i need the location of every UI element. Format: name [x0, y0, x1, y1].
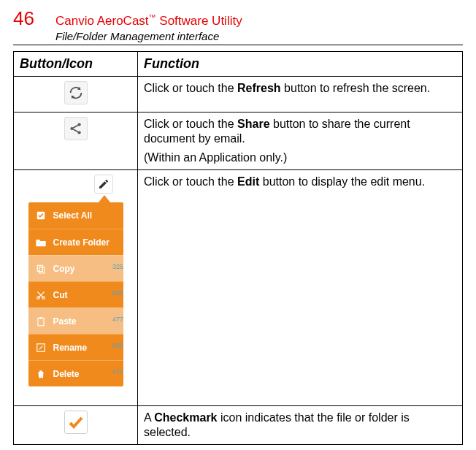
menu-label: Rename — [53, 343, 118, 353]
row-checkmark: A Checkmark icon indicates that the file… — [14, 406, 463, 445]
edit-icon — [94, 175, 113, 194]
menu-label: Copy — [53, 264, 118, 274]
title-rest: Software Utility — [156, 14, 242, 28]
check-text: A Checkmark icon indicates that the file… — [144, 411, 456, 440]
page-header: 46 Canvio AeroCast™ Software Utility Fil… — [13, 7, 463, 45]
edit-menu: Select All + Create Folder — [28, 202, 123, 386]
text: A — [144, 411, 154, 424]
row-refresh: Click or touch the Refresh button to ref… — [14, 77, 463, 113]
text-bold: Edit — [237, 175, 259, 188]
row-edit: Select All + Create Folder — [14, 170, 463, 406]
text: button to refresh the screen. — [281, 82, 431, 94]
col-header-icon: Button/Icon — [14, 52, 138, 77]
doc-subtitle: File/Folder Management interface — [55, 30, 463, 42]
title-tm: ™ — [149, 13, 156, 21]
header-titles: Canvio AeroCast™ Software Utility File/F… — [55, 13, 463, 42]
menu-item-create-folder: + Create Folder — [28, 229, 123, 255]
share-icon — [64, 117, 88, 140]
row-share: Click or touch the Share button to share… — [14, 113, 463, 170]
svg-text:+: + — [43, 243, 46, 248]
svg-point-1 — [77, 123, 80, 126]
refresh-text: Click or touch the Refresh button to ref… — [144, 81, 456, 96]
col-header-function: Function — [138, 52, 463, 77]
menu-label: Delete — [53, 369, 118, 379]
edit-text: Click or touch the Edit button to displa… — [144, 175, 456, 189]
menu-item-copy: Copy — [28, 255, 123, 281]
text: Click or touch the — [144, 82, 237, 94]
checkmark-icon — [64, 411, 88, 434]
text: Click or touch the — [144, 118, 237, 130]
svg-point-2 — [77, 131, 80, 134]
delete-icon — [34, 367, 47, 381]
svg-rect-6 — [39, 267, 44, 272]
table-header-row: Button/Icon Function — [14, 52, 463, 77]
page-number: 46 — [13, 7, 50, 30]
folder-add-icon: + — [34, 236, 47, 249]
edit-menu-mock: Select All + Create Folder — [28, 175, 123, 386]
svg-point-0 — [70, 127, 73, 130]
text: Click or touch the — [144, 175, 237, 188]
svg-rect-10 — [39, 317, 42, 319]
share-subtext: (Within an Application only.) — [144, 150, 456, 165]
page: 46 Canvio AeroCast™ Software Utility Fil… — [0, 0, 476, 450]
text: button to display the edit menu. — [259, 175, 425, 188]
menu-item-select-all: Select All — [28, 202, 123, 229]
function-table: Button/Icon Function Click or to — [13, 51, 463, 445]
menu-item-rename: Rename — [28, 334, 123, 360]
doc-title: Canvio AeroCast™ Software Utility — [55, 13, 463, 28]
menu-label: Create Folder — [53, 237, 118, 248]
svg-rect-9 — [37, 318, 43, 326]
menu-item-delete: Delete — [28, 360, 123, 386]
refresh-icon — [64, 81, 88, 104]
title-main: Canvio AeroCast — [55, 14, 149, 28]
text-bold: Refresh — [237, 82, 281, 94]
menu-label: Paste — [53, 316, 118, 327]
menu-label: Cut — [53, 290, 118, 300]
menu-item-cut: Cut — [28, 281, 123, 308]
svg-rect-5 — [37, 265, 42, 271]
text-bold: Checkmark — [154, 411, 217, 424]
cut-icon — [34, 289, 47, 302]
menu-pointer — [99, 195, 110, 202]
select-all-icon — [34, 209, 47, 222]
copy-icon — [34, 262, 47, 275]
text-bold: Share — [237, 118, 269, 130]
share-text: Click or touch the Share button to share… — [144, 117, 456, 146]
paste-icon — [34, 315, 47, 328]
menu-label: Select All — [53, 210, 118, 221]
menu-item-paste: Paste — [28, 308, 123, 334]
rename-icon — [34, 341, 47, 354]
